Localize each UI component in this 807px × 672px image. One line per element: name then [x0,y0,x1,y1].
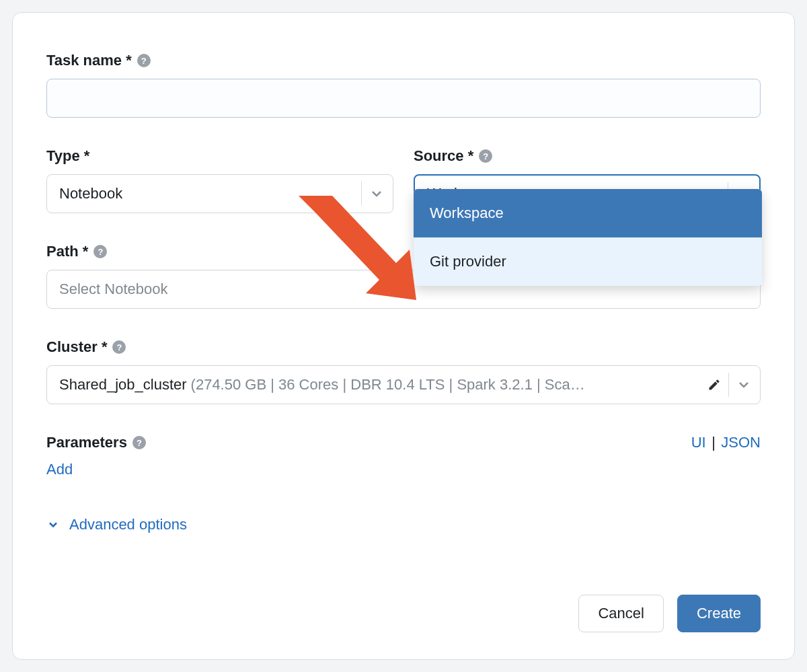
type-select[interactable]: Notebook [46,174,393,213]
parameters-toggle-sep: | [712,434,716,451]
source-option-git-provider-label: Git provider [430,253,506,270]
pencil-icon[interactable] [707,378,721,391]
help-icon[interactable]: ? [137,54,151,67]
task-form-card: Task name * ? Type * Notebook Source * ?… [12,12,795,660]
source-label-text: Source * [414,147,473,165]
parameters-toggle-ui[interactable]: UI [691,434,706,451]
select-divider [361,182,362,206]
task-name-label: Task name * ? [46,52,761,69]
type-select-value: Notebook [59,185,122,202]
parameters-mode-toggle: UI | JSON [691,434,761,451]
create-button[interactable]: Create [677,595,761,632]
chevron-down-icon [46,518,60,531]
chevron-down-icon [369,186,385,202]
select-divider [728,373,729,397]
help-icon[interactable]: ? [479,149,492,163]
parameters-add-link[interactable]: Add [46,461,73,478]
cancel-button-label: Cancel [598,605,644,622]
type-label: Type * [46,147,393,165]
path-label-text: Path * [46,243,88,260]
parameters-toggle-json[interactable]: JSON [721,434,761,451]
advanced-options-toggle[interactable]: Advanced options [46,516,761,533]
help-icon[interactable]: ? [132,436,146,449]
advanced-options-label: Advanced options [69,516,187,533]
cluster-select[interactable]: Shared_job_cluster (274.50 GB | 36 Cores… [46,365,761,404]
path-placeholder: Select Notebook [59,281,167,298]
cancel-button[interactable]: Cancel [578,595,663,632]
form-footer: Cancel Create [578,595,761,632]
cluster-details: (274.50 GB | 36 Cores | DBR 10.4 LTS | S… [191,376,585,394]
task-name-input[interactable] [46,79,761,118]
help-icon[interactable]: ? [93,245,107,258]
source-dropdown-popup: Workspace Git provider [414,189,762,286]
help-icon[interactable]: ? [112,340,126,354]
source-option-workspace[interactable]: Workspace [414,189,762,237]
type-label-text: Type * [46,147,89,165]
chevron-down-icon [736,377,752,393]
parameters-label: Parameters ? [46,434,146,451]
parameters-label-text: Parameters [46,434,127,451]
cluster-label-text: Cluster * [46,338,107,356]
source-option-git-provider[interactable]: Git provider [414,237,762,286]
task-name-label-text: Task name * [46,52,132,69]
create-button-label: Create [697,605,741,622]
source-option-workspace-label: Workspace [430,204,504,222]
source-label: Source * ? [414,147,761,165]
cluster-label: Cluster * ? [46,338,761,356]
cluster-name: Shared_job_cluster [59,376,187,394]
